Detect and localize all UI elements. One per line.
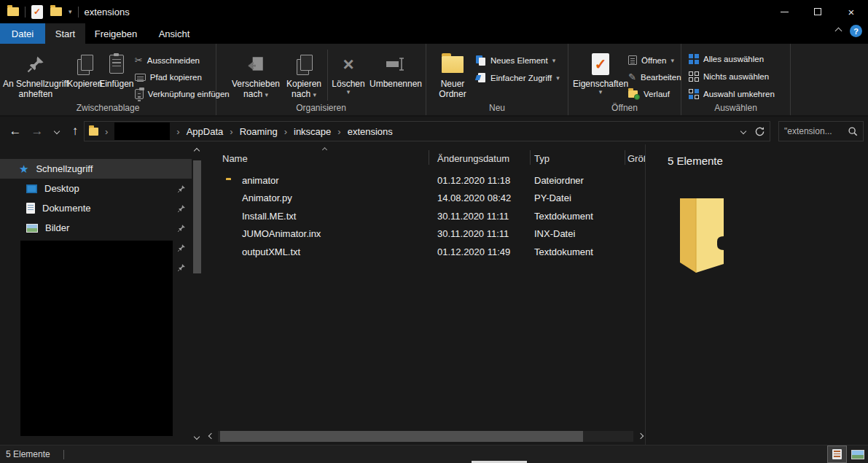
file-row-jumoanimator[interactable]: JUMOAnimator.inx 30.11.2020 11:11 INX-Da… xyxy=(204,225,645,244)
tab-freigeben[interactable]: Freigeben xyxy=(85,23,146,44)
sidebar-scrollbar-thumb[interactable] xyxy=(193,160,201,273)
main-area: ★ Schnellzugriff Desktop Dokumente Bilde… xyxy=(0,144,868,445)
cut-button[interactable]: ✂ Ausschneiden xyxy=(135,52,230,68)
status-divider xyxy=(63,450,64,459)
move-to-button[interactable]: Verschieben nach ▾ xyxy=(230,47,282,102)
column-divider[interactable] xyxy=(429,150,429,165)
breadcrumb-inkscape[interactable]: inkscape xyxy=(294,126,331,137)
new-item-button[interactable]: Neues Element ▾ xyxy=(476,52,560,69)
scroll-up-icon[interactable] xyxy=(194,148,200,154)
new-folder-icon xyxy=(442,56,464,73)
crumb-chevron-icon: › xyxy=(105,126,108,137)
copy-icon xyxy=(77,55,92,74)
file-list: Name Änderungsdatum Typ Größe animator 0… xyxy=(204,144,645,445)
easy-access-button[interactable]: Einfacher Zugriff ▾ xyxy=(476,70,560,86)
invert-selection-button[interactable]: Auswahl umkehren xyxy=(689,86,775,102)
file-row-animator-py[interactable]: Animator.py 14.08.2020 08:42 PY-Datei xyxy=(204,190,645,208)
open-button[interactable]: Öffnen ▾ xyxy=(628,52,681,68)
copy-path-button[interactable]: Pfad kopieren xyxy=(135,69,230,85)
paste-button[interactable]: Einfügen xyxy=(101,47,132,102)
easy-access-caret-icon: ▾ xyxy=(556,75,560,81)
column-header-date[interactable]: Änderungsdatum xyxy=(437,153,509,164)
sidebar-item-quick-access[interactable]: ★ Schnellzugriff xyxy=(0,159,192,179)
back-icon: ← xyxy=(9,124,22,139)
breadcrumb-extensions[interactable]: extensions xyxy=(348,126,393,137)
close-button[interactable]: × xyxy=(834,0,868,23)
scroll-right-icon[interactable] xyxy=(638,433,644,439)
new-folder-qat-icon[interactable] xyxy=(50,7,62,16)
select-all-icon xyxy=(689,54,699,64)
history-button[interactable]: Verlauf xyxy=(628,87,681,102)
file-date: 30.11.2020 11:11 xyxy=(437,228,534,239)
ribbon-collapse-icon[interactable] xyxy=(835,28,842,35)
edit-button[interactable]: ✎ Bearbeiten xyxy=(628,69,681,85)
scroll-left-icon[interactable] xyxy=(208,433,214,439)
scissors-icon: ✂ xyxy=(135,55,143,66)
forward-button[interactable]: → xyxy=(26,118,48,144)
preview-item-count: 5 Elemente xyxy=(668,155,723,167)
properties-icon: ✓ xyxy=(592,53,609,75)
sidebar-item-bilder[interactable]: Bilder xyxy=(0,218,192,238)
pin-icon[interactable] xyxy=(177,244,186,252)
column-header-type[interactable]: Typ xyxy=(534,153,550,164)
refresh-icon[interactable] xyxy=(754,126,765,137)
details-view-icon xyxy=(832,449,842,459)
back-button[interactable]: ← xyxy=(4,118,26,144)
tab-start[interactable]: Start xyxy=(45,23,85,44)
new-folder-button[interactable]: Neuer Ordner xyxy=(434,47,472,102)
copy-button[interactable]: Kopieren xyxy=(69,47,101,102)
select-none-icon xyxy=(689,71,699,82)
properties-qat-icon[interactable]: ✓ xyxy=(31,5,43,19)
horizontal-scrollbar[interactable] xyxy=(208,430,645,443)
copy-to-button[interactable]: Kopieren nach ▾ xyxy=(282,47,326,102)
rename-button[interactable]: Umbenennen xyxy=(367,47,424,102)
qat-dropdown-icon[interactable]: ▾ xyxy=(69,9,72,15)
tab-datei[interactable]: Datei xyxy=(0,23,45,44)
sidebar-item-desktop[interactable]: Desktop xyxy=(0,179,192,198)
horizontal-scrollbar-thumb[interactable] xyxy=(220,431,583,442)
pin-icon[interactable] xyxy=(177,263,186,272)
breadcrumb-roaming[interactable]: Roaming xyxy=(240,126,278,137)
file-row-install-me[interactable]: Install.ME.txt 30.11.2020 11:11 Textdoku… xyxy=(204,207,645,225)
address-bar[interactable]: › › AppData › Roaming › inkscape › exten… xyxy=(84,121,770,141)
thumbnail-view-button[interactable] xyxy=(848,446,867,462)
pin-icon[interactable] xyxy=(177,224,186,233)
column-divider[interactable] xyxy=(530,150,531,165)
pin-icon[interactable] xyxy=(177,184,186,193)
tab-ansicht[interactable]: Ansicht xyxy=(146,23,202,44)
file-name: Install.ME.txt xyxy=(242,211,437,222)
file-name: outputXML.txt xyxy=(242,246,437,257)
up-button[interactable]: ↑ xyxy=(66,118,85,144)
open-icon xyxy=(628,55,637,65)
new-item-icon xyxy=(476,55,486,66)
invert-selection-icon xyxy=(689,89,699,99)
sidebar-scrollbar[interactable] xyxy=(192,144,203,445)
status-item-count: 5 Elemente xyxy=(6,449,50,459)
maximize-button[interactable] xyxy=(801,0,834,23)
delete-button[interactable]: × Löschen ▾ xyxy=(329,47,367,102)
pin-to-quickaccess-button[interactable]: An Schnellzugriff anheften xyxy=(3,47,69,102)
recent-locations-button[interactable] xyxy=(50,118,64,144)
search-input[interactable]: "extension... xyxy=(778,121,864,141)
scroll-down-icon[interactable] xyxy=(194,434,200,440)
file-row-outputxml[interactable]: outputXML.txt 01.12.2020 11:49 Textdokum… xyxy=(204,243,645,261)
column-header-name[interactable]: Name xyxy=(222,153,248,164)
select-all-button[interactable]: Alles auswählen xyxy=(689,51,775,67)
status-bar: 5 Elemente xyxy=(0,445,868,463)
copy-path-icon xyxy=(135,74,146,81)
column-divider[interactable] xyxy=(625,150,625,165)
file-row-animator[interactable]: animator 01.12.2020 11:18 Dateiordner xyxy=(204,171,645,190)
help-icon[interactable]: ? xyxy=(850,25,862,37)
select-none-button[interactable]: Nichts auswählen xyxy=(689,69,775,85)
pin-icon[interactable] xyxy=(177,204,186,213)
minimize-button[interactable] xyxy=(767,0,801,23)
properties-button[interactable]: ✓ Eigenschaften ▾ xyxy=(573,47,628,102)
breadcrumb-appdata[interactable]: AppData xyxy=(187,126,224,137)
group-label-oeffnen: Öffnen xyxy=(568,103,681,113)
group-auswaehlen: Alles auswählen Nichts auswählen Auswahl… xyxy=(681,44,791,115)
details-view-button[interactable] xyxy=(828,446,846,462)
column-header-size[interactable]: Größe xyxy=(627,153,645,164)
address-dropdown-icon[interactable] xyxy=(740,128,746,134)
sidebar-item-dokumente[interactable]: Dokumente xyxy=(0,198,192,218)
paste-shortcut-button[interactable]: Verknüpfung einfügen xyxy=(135,87,230,102)
